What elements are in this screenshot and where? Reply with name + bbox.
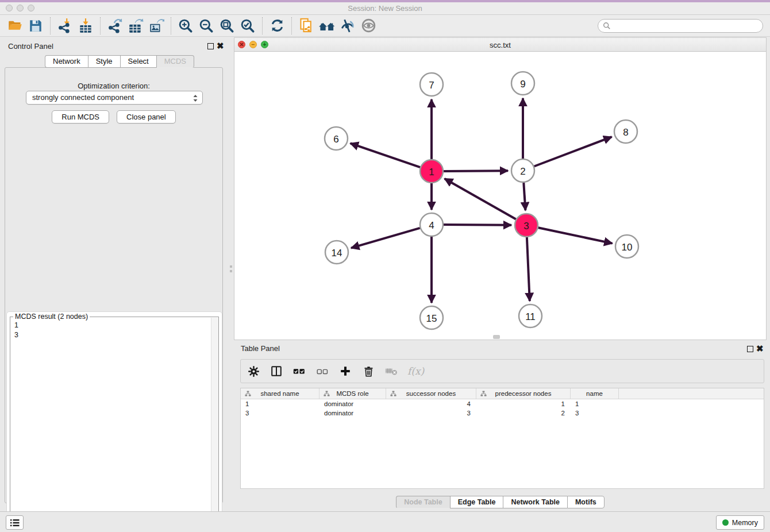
- graph-edge-4-3[interactable]: [444, 225, 511, 225]
- graph-edge-1-6[interactable]: [351, 143, 421, 167]
- float-panel-icon[interactable]: [207, 43, 214, 49]
- column-header-successor-nodes[interactable]: successor nodes: [386, 388, 476, 399]
- table-row[interactable]: 3 dominator 3 2 3: [241, 408, 764, 418]
- tab-network-table[interactable]: Network Table: [503, 496, 567, 508]
- graph-node-14[interactable]: 14: [325, 241, 348, 264]
- network-graph[interactable]: 7968124314101511: [234, 52, 766, 340]
- cell-predecessor-nodes: 2: [476, 408, 571, 418]
- create-column-button[interactable]: [338, 364, 352, 378]
- delete-table-button[interactable]: [384, 364, 398, 378]
- graph-node-label: 4: [429, 220, 434, 231]
- table-row[interactable]: 1 dominator 4 1 1: [241, 399, 764, 408]
- export-network-button[interactable]: [106, 17, 124, 35]
- unchecked-boxes-icon: [316, 365, 329, 378]
- delete-column-button[interactable]: [361, 364, 375, 378]
- graph-node-10[interactable]: 10: [615, 235, 638, 258]
- column-header-predecessor-nodes[interactable]: predecessor nodes: [476, 388, 571, 399]
- search-input[interactable]: [611, 22, 754, 30]
- home-button[interactable]: [318, 17, 336, 35]
- tab-edge-table[interactable]: Edge Table: [450, 496, 503, 508]
- open-session-button[interactable]: [6, 17, 24, 35]
- export-table-button[interactable]: [126, 17, 145, 35]
- column-header-shared-name[interactable]: shared name: [241, 388, 319, 399]
- graph-node-15[interactable]: 15: [420, 306, 443, 329]
- graph-node-8[interactable]: 8: [614, 120, 637, 143]
- toolbar-separator: [262, 17, 263, 34]
- close-panel-icon[interactable]: ✖: [217, 41, 224, 51]
- column-settings-button[interactable]: [247, 364, 260, 378]
- import-network-button[interactable]: [56, 17, 74, 35]
- graph-node-3[interactable]: 3: [515, 214, 538, 237]
- zoom-selected-button[interactable]: [238, 17, 257, 35]
- zoom-fit-button[interactable]: [218, 17, 236, 35]
- export-table-icon: [128, 18, 144, 34]
- deselect-all-columns-button[interactable]: [315, 364, 329, 378]
- graph-node-1[interactable]: 1: [420, 160, 443, 183]
- graph-edge-2-8[interactable]: [534, 137, 612, 166]
- control-panel-tabs: Network Style Select MCDS: [45, 55, 194, 68]
- column-header-name[interactable]: name: [571, 388, 619, 399]
- import-table-button[interactable]: [76, 17, 95, 35]
- save-session-button[interactable]: [26, 17, 45, 35]
- graph-edge-3-11[interactable]: [527, 237, 530, 301]
- task-history-button[interactable]: [6, 515, 24, 530]
- graph-node-2[interactable]: 2: [511, 159, 534, 182]
- close-table-panel-icon[interactable]: ✖: [756, 344, 764, 354]
- mcds-result-text[interactable]: 1 3: [14, 321, 18, 340]
- apply-layout-button[interactable]: [268, 17, 286, 35]
- zoom-in-button[interactable]: [176, 17, 195, 35]
- graph-edge-3-1[interactable]: [445, 179, 516, 219]
- clone-network-button[interactable]: [297, 17, 315, 35]
- import-network-icon: [57, 18, 73, 34]
- zoom-out-button[interactable]: [197, 17, 215, 35]
- table-header-row: shared name MCDS role successor nodes: [241, 388, 764, 399]
- graph-node-label: 1: [429, 167, 434, 178]
- graph-edge-4-14[interactable]: [351, 228, 420, 248]
- search-box[interactable]: [598, 19, 763, 33]
- table-toolbar: f(x): [240, 359, 764, 383]
- graph-node-9[interactable]: 9: [511, 72, 534, 95]
- graph-edge-3-10[interactable]: [538, 228, 613, 243]
- cell-name: 1: [571, 399, 619, 408]
- app-titlebar: Session: New Session: [0, 0, 770, 15]
- show-columns-button[interactable]: [270, 364, 283, 378]
- network-window-titlebar[interactable]: ✕ − + scc.txt: [234, 38, 766, 52]
- tab-motifs[interactable]: Motifs: [567, 496, 605, 508]
- tab-style[interactable]: Style: [88, 55, 120, 68]
- result-scrollbar[interactable]: [211, 318, 218, 527]
- optimization-criterion-select[interactable]: strongly connected component: [26, 91, 203, 105]
- tab-select[interactable]: Select: [120, 55, 156, 68]
- close-panel-button[interactable]: Close panel: [117, 110, 176, 124]
- search-icon: [603, 22, 611, 30]
- float-table-panel-icon[interactable]: [747, 346, 753, 352]
- graph-node-7[interactable]: 7: [420, 73, 443, 96]
- view-splitter-grip[interactable]: [493, 335, 500, 339]
- graph-node-label: 2: [520, 166, 525, 177]
- graph-node-label: 14: [332, 248, 342, 259]
- memory-button[interactable]: Memory: [716, 515, 764, 530]
- column-header-mcds-role[interactable]: MCDS role: [319, 388, 386, 399]
- graph-node-11[interactable]: 11: [519, 304, 542, 327]
- tab-network[interactable]: Network: [45, 55, 88, 68]
- tab-node-table[interactable]: Node Table: [396, 496, 449, 508]
- graph-node-label: 6: [333, 134, 338, 145]
- column-label: MCDS role: [336, 390, 368, 397]
- tab-mcds[interactable]: MCDS: [156, 55, 194, 68]
- graph-edge-2-3[interactable]: [523, 183, 525, 210]
- panel-splitter[interactable]: [228, 37, 234, 511]
- run-mcds-button[interactable]: Run MCDS: [52, 110, 109, 124]
- select-all-columns-button[interactable]: [292, 364, 306, 378]
- export-image-button[interactable]: [147, 17, 165, 35]
- graph-node-6[interactable]: 6: [325, 127, 348, 150]
- network-view-window: ✕ − + scc.txt 7968124314101511: [234, 37, 767, 340]
- function-builder-button[interactable]: f(x): [407, 365, 424, 377]
- graph-edge-1-2[interactable]: [444, 171, 508, 171]
- hide-graphics-details-button[interactable]: [338, 17, 357, 35]
- status-bar: Memory: [0, 511, 770, 532]
- table-tabs: Node Table Edge Table Network Table Moti…: [234, 496, 767, 508]
- show-graphics-details-button[interactable]: [359, 17, 378, 35]
- toolbar-separator: [100, 17, 101, 34]
- column-label: shared name: [260, 390, 299, 397]
- graph-node-4[interactable]: 4: [420, 213, 443, 236]
- control-panel: Control Panel ✖ Network Style Select MCD…: [0, 37, 228, 511]
